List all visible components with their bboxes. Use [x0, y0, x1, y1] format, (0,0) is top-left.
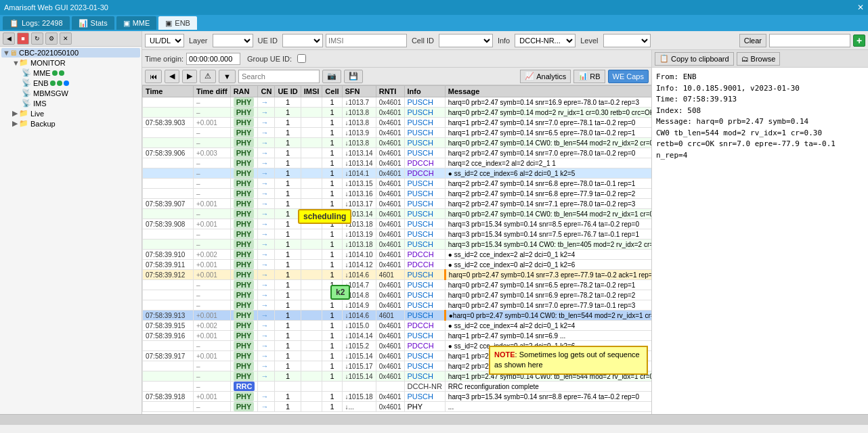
we-caps-btn[interactable]: WE Caps [608, 70, 649, 83]
settings-btn[interactable]: ⚙ [45, 32, 58, 45]
imsi-cell [301, 371, 322, 382]
add-filter-button[interactable]: + [853, 35, 865, 47]
refresh-btn[interactable]: ↻ [31, 32, 43, 45]
dcch-select[interactable]: DCCH-NR... [515, 34, 576, 47]
table-row[interactable]: –PHY→11↓1014.80x4601PUSCHharq=0 prb=2.47… [143, 290, 652, 300]
table-row[interactable]: 07:58:39.910+0.002PHY→11↓1014.100x4601PD… [143, 250, 652, 260]
table-row[interactable]: 07:58:39.912+0.001PHY→11↓1014.64601PUSCH… [143, 270, 652, 280]
imsi-input[interactable] [326, 34, 407, 47]
ueid-cell: 1 [275, 351, 301, 361]
tree-item-root[interactable]: ▼ 🖥 CBC-2021050100 [1, 48, 140, 58]
stop-btn[interactable]: ■ [17, 32, 29, 45]
table-row[interactable]: –PHY→11↓1013.140x4601PUSCHharq=0 prb=2.4… [143, 209, 652, 219]
camera-btn[interactable]: 📷 [322, 70, 341, 83]
table-row[interactable]: 07:58:39.911+0.001PHY→11↓1014.120x4601PD… [143, 260, 652, 270]
cellid-select[interactable] [439, 34, 493, 47]
imsi-cell [301, 382, 322, 392]
ueid-cell: 1 [275, 392, 301, 402]
table-row[interactable]: –PHY→11↓1013.80x4601PUSCHharq=0 prb=2.47… [143, 108, 652, 118]
logs-icon: 📋 [9, 19, 19, 28]
nav-back-btn[interactable]: ◀ [3, 32, 15, 45]
table-row[interactable]: –PHY→11↓1013.140x4601PDCCHharq=2 cce_ind… [143, 158, 652, 168]
ueid-cell: 1 [275, 341, 301, 351]
table-row[interactable]: –PHY→11↓1014.90x4601PUSCHharq=0 prb=2.47… [143, 300, 652, 311]
table-row[interactable]: –PHY→11↓1013.150x4601PUSCHharq=2 prb=2.4… [143, 179, 652, 189]
level-select[interactable] [603, 34, 651, 47]
ueid-cell [275, 382, 301, 392]
tree-item-live[interactable]: ▶ 📁 Live [1, 108, 140, 118]
tab-mme[interactable]: ▣ MME [116, 16, 157, 30]
tree-item-mme[interactable]: 📡 MME [1, 68, 140, 78]
close-panel-btn[interactable]: ✕ [60, 32, 72, 45]
group-ueid-checkbox[interactable] [297, 54, 306, 63]
imsi-cell [301, 250, 322, 260]
table-row[interactable]: –PHY→11↓1013.90x4601PUSCHharq=1 prb=2.47… [143, 128, 652, 138]
tab-logs[interactable]: 📋 Logs: 22498 [3, 16, 70, 30]
time-cell: 07:58:39.912 [143, 270, 194, 280]
cell-cell: 1 [322, 179, 342, 189]
info-cell: PUSCH [404, 199, 445, 209]
message-cell: ● ss_id=2 cce_index=6 al=2 dci=0_1 k2=5 [445, 168, 651, 179]
table-row[interactable]: –PHY→11↓1013.160x4601PUSCHharq=2 prb=2.4… [143, 189, 652, 199]
timediff-cell: +0.002 [194, 250, 231, 260]
warning-btn[interactable]: ⚠ [200, 70, 216, 83]
analytics-btn[interactable]: 📈 Analytics [520, 70, 571, 83]
copy-to-clipboard-btn[interactable]: 📋 Copy to clipboard [655, 52, 734, 66]
ran-cell: PHY [230, 138, 258, 148]
rnti-cell: 0x4601 [376, 209, 404, 219]
rb-btn[interactable]: 📊 RB [573, 70, 605, 83]
table-row[interactable]: –PHY→11↓1013.190x4601PUSCHharq=3 prb=15.… [143, 229, 652, 240]
message-cell: harq=1 prb=2.47 symb=0.14 snr=6.9 ... [445, 331, 651, 341]
tab-enb[interactable]: ▣ ENB [158, 16, 197, 30]
tree-item-backup[interactable]: ▶ 📁 Backup [1, 118, 140, 129]
clear-button[interactable]: Clear [739, 34, 766, 47]
nav-prev-btn[interactable]: ◀ [165, 70, 179, 83]
table-row[interactable]: 07:58:39.913+0.001PHY→11↓1014.64601PUSCH… [143, 311, 652, 321]
nav-next-btn[interactable]: ▶ [182, 70, 197, 83]
search-input[interactable] [238, 70, 320, 83]
tree-item-monitor[interactable]: ▼ 📁 MONITOR [1, 58, 140, 68]
close-button[interactable]: ✕ [857, 3, 864, 12]
ueid-cell: 1 [275, 311, 301, 321]
table-row[interactable]: 07:58:39.906+0.003PHY→11↓1013.140x4601PU… [143, 148, 652, 158]
table-row[interactable]: 07:58:39.915+0.002PHY→11↓1015.00x4601PDC… [143, 321, 652, 331]
tab-stats[interactable]: 📊 Stats [72, 16, 114, 30]
browse-btn[interactable]: 🗂 Browse [737, 52, 781, 66]
table-row[interactable]: 07:58:39.908+0.001PHY→11↓1013.180x4601PU… [143, 219, 652, 229]
ran-cell: PHY [230, 371, 258, 382]
rnti-cell: 0x4601 [376, 128, 404, 138]
table-row[interactable]: –PHY→11↓...0x4601PHY... [143, 402, 652, 412]
filter-down-btn[interactable]: ▼ [219, 70, 236, 83]
tree-item-enb[interactable]: 📡 ENB [1, 78, 140, 88]
nav-first-btn[interactable]: ⏮ [145, 70, 162, 83]
timediff-cell: – [194, 280, 231, 290]
time-cell: 07:58:39.911 [143, 260, 194, 270]
table-row[interactable]: –PHY→11↓1014.10x4601PDCCH● ss_id=2 cce_i… [143, 168, 652, 179]
time-origin-input[interactable] [186, 53, 240, 65]
filter-input[interactable] [769, 34, 850, 47]
table-row[interactable]: 07:58:39.903+0.001PHY→11↓1013.80x4601PUS… [143, 118, 652, 128]
table-row[interactable]: –PHY→11↓1014.70x4601PUSCHharq=0 prb=2.47… [143, 280, 652, 290]
tree-item-mbmsgw[interactable]: 📡 MBMSGW [1, 88, 140, 98]
table-row[interactable]: –PHY→11↓1013.80x4601PUSCHharq=0 prb=2.47… [143, 138, 652, 148]
table-row[interactable]: –PHY→11↓1013.180x4601PUSCHharq=3 prb=15.… [143, 240, 652, 250]
mme-status-dot [52, 70, 58, 76]
time-cell: 07:58:39.913 [143, 311, 194, 321]
table-row[interactable]: –RRCDCCH-NRRRC reconfiguration complete [143, 382, 652, 392]
table-row[interactable]: 07:58:39.907+0.001PHY→11↓1013.170x4601PU… [143, 199, 652, 209]
info-cell: PUSCH [404, 118, 445, 128]
layer-select[interactable] [213, 34, 253, 47]
imsi-cell [301, 138, 322, 148]
ueid-select[interactable] [282, 34, 323, 47]
rnti-cell: 0x4601 [376, 260, 404, 270]
imsi-cell [301, 148, 322, 158]
table-row[interactable]: –PHY→11↓1013.70x4601PUSCHharq=0 prb=2.47… [143, 97, 652, 108]
table-row[interactable]: 07:58:39.918+0.001PHY→11↓1015.180x4601PU… [143, 392, 652, 402]
save-btn[interactable]: 💾 [344, 70, 363, 83]
tree-item-ims[interactable]: 📡 IMS [1, 98, 140, 108]
ueid-label: UE ID [256, 37, 280, 45]
log-table-container[interactable]: Time Time diff RAN CN UE ID IMSI Cell SF… [142, 85, 651, 414]
table-row[interactable]: 07:58:39.916+0.001PHY→11↓1014.140x4601PU… [143, 331, 652, 341]
cell-cell: 1 [322, 189, 342, 199]
uudl-select[interactable]: UL/DL [145, 34, 184, 47]
